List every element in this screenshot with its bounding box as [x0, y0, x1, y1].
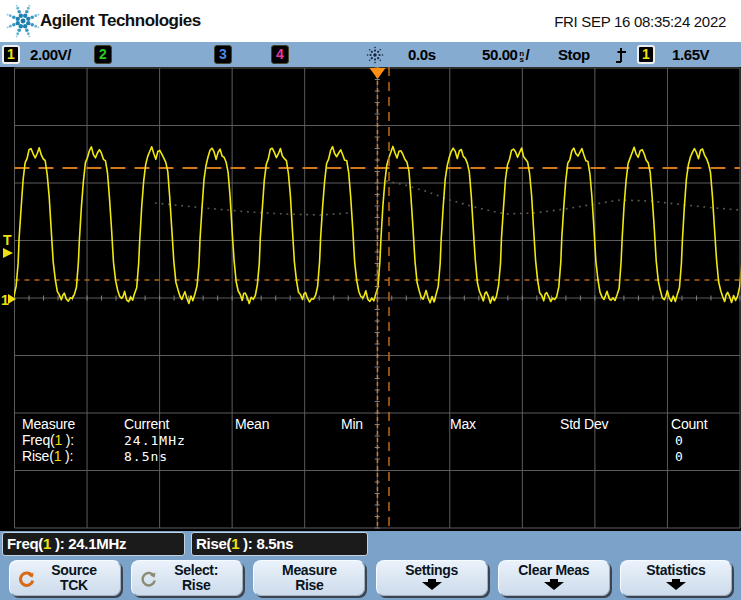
measure-header-stddev: Std Dev: [560, 416, 608, 432]
softkey-clear-meas-button[interactable]: Clear Meas: [498, 560, 610, 596]
softkey-statistics-label: Statistics: [646, 563, 705, 578]
header-bar: Agilent Technologies FRI SEP 16 08:35:24…: [0, 0, 741, 42]
measure-row-rise-label: Rise(1 ):: [22, 448, 73, 464]
softkey-panel: Freq(1 ): 24.1MHz Rise(1 ): 8.5ns Source…: [0, 531, 741, 600]
measure-header-mean: Mean: [235, 416, 269, 432]
softkey-source-button[interactable]: SourceTCK: [9, 560, 121, 596]
softkey-settings-button[interactable]: Settings: [376, 560, 488, 596]
trigger-level-readout: 1.65V: [672, 46, 709, 63]
channel-2-badge[interactable]: 2: [94, 45, 112, 64]
softkey-select-line2: Rise: [174, 578, 218, 593]
trigger-source-badge[interactable]: 1: [637, 45, 655, 64]
delay-readout: 0.0s: [408, 46, 436, 63]
rotary-knob-icon: [18, 570, 36, 588]
freq-readout-box: Freq(1 ): 24.1MHz: [2, 532, 185, 556]
softkey-settings-label: Settings: [405, 563, 458, 578]
softkey-row: SourceTCK Select:Rise MeasureRise Settin…: [0, 560, 741, 600]
measure-header-min: Min: [341, 416, 363, 432]
measure-row-rise-count: 0: [675, 449, 684, 464]
softkey-measure-line1: Measure: [282, 563, 337, 578]
brand-title: Agilent Technologies: [40, 11, 201, 31]
channel-1-scale: 2.00V/: [30, 46, 71, 63]
timebase-value: 50.00: [482, 46, 518, 63]
softkey-select-line1: Select:: [174, 563, 218, 578]
channel-1-badge[interactable]: 1: [2, 45, 20, 64]
datetime-label: FRI SEP 16 08:35:24 2022: [554, 13, 726, 30]
softkey-select-button[interactable]: Select:Rise: [131, 560, 243, 596]
measure-header-max: Max: [450, 416, 476, 432]
measure-header-current: Current: [124, 416, 169, 432]
down-arrow-icon: [541, 579, 567, 590]
measure-row-rise-current: 8.5ns: [124, 449, 168, 464]
softkey-source-line2: TCK: [51, 578, 97, 593]
measure-row-freq-label: Freq(1 ):: [22, 432, 74, 448]
intensity-sun-icon: [366, 46, 384, 64]
softkey-clear-meas-label: Clear Meas: [518, 563, 589, 578]
timebase-readout: 50.00ns/: [482, 46, 529, 63]
measure-row-freq-current: 24.1MHz: [124, 433, 186, 448]
waveform-display: T1 Measure Current Mean Min Max Std Dev …: [0, 67, 741, 531]
measure-row-freq-count: 0: [675, 433, 684, 448]
down-arrow-icon: [419, 579, 445, 590]
down-arrow-icon: [663, 579, 689, 590]
oscilloscope-screen: Agilent Technologies FRI SEP 16 08:35:24…: [0, 0, 741, 600]
channel-3-badge[interactable]: 3: [214, 45, 232, 64]
rotary-knob-icon: [140, 570, 158, 588]
timebase-unit: ns: [518, 51, 526, 63]
channel-4-badge[interactable]: 4: [271, 45, 289, 64]
rise-readout-box: Rise(1 ): 8.5ns: [191, 532, 368, 556]
softkey-statistics-button[interactable]: Statistics: [620, 560, 732, 596]
status-bar: 1 2.00V/ 2 3 4 0.0s 50.00ns/ Stop 1 1.65…: [0, 42, 741, 67]
measure-header-measure: Measure: [22, 416, 75, 432]
measure-table: Measure Current Mean Min Max Std Dev Cou…: [0, 67, 741, 531]
softkey-measure-button[interactable]: MeasureRise: [253, 560, 365, 596]
agilent-logo-icon: [4, 1, 42, 41]
measure-header-count: Count: [671, 416, 707, 432]
softkey-measure-line2: Rise: [282, 578, 337, 593]
acquisition-state: Stop: [558, 46, 590, 63]
edge-trigger-icon: [614, 46, 628, 64]
softkey-source-line1: Source: [51, 563, 97, 578]
